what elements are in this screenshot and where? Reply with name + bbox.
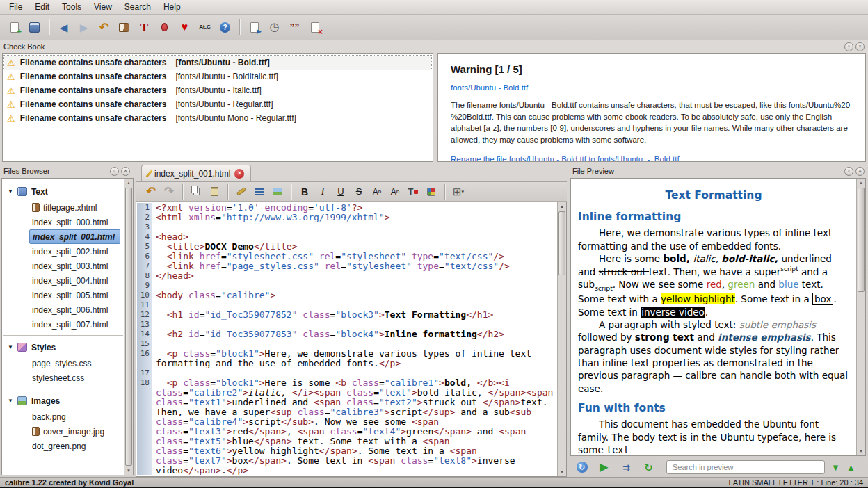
find-previous-icon[interactable]: ▲ — [846, 462, 855, 473]
undo-icon[interactable]: ↶ — [143, 184, 159, 200]
file-item[interactable]: index_split_007.html — [29, 317, 113, 332]
refresh-preview-icon[interactable]: ↻ — [572, 458, 591, 477]
bold-icon[interactable]: B — [296, 184, 313, 200]
preview-scrollbar[interactable]: ▲ ▼ — [856, 179, 865, 455]
menu-help[interactable]: Help — [157, 1, 187, 13]
category-row-images[interactable]: ▼Images — [3, 392, 123, 409]
tab-index-split-001[interactable]: index_split_001.html × — [141, 165, 251, 181]
remove-unused-icon[interactable]: × — [305, 18, 324, 37]
view-icon[interactable]: ▶ — [245, 18, 264, 37]
strikethrough-icon[interactable]: S — [351, 184, 367, 200]
files-scrollbar[interactable]: ▲ ▼ — [124, 179, 133, 475]
donate-icon[interactable]: ♥ — [175, 18, 194, 37]
find-next-icon[interactable]: ▼ — [831, 462, 840, 473]
scroll-up-icon[interactable]: ▲ — [558, 202, 566, 211]
check-issue-row[interactable]: ⚠Filename contains unsafe characters[fon… — [4, 97, 431, 111]
file-item[interactable]: titlepage.xhtml — [29, 200, 102, 215]
expander-icon[interactable]: ▼ — [8, 188, 13, 195]
detach-panel-icon[interactable]: ▫ — [844, 167, 853, 176]
file-item[interactable]: index_split_000.html — [29, 215, 113, 229]
scroll-up-icon[interactable]: ▲ — [857, 179, 865, 187]
detach-panel-icon[interactable]: ▫ — [110, 167, 119, 176]
file-item[interactable]: index_split_004.html — [29, 273, 113, 288]
preview-heading: Text Formatting — [578, 188, 849, 203]
file-item[interactable]: index_split_002.html — [29, 244, 113, 259]
text-color-icon[interactable]: T — [405, 184, 421, 200]
code-line: 14 <h2 id="id_Toc359077853" class="block… — [137, 330, 556, 339]
scroll-down-icon[interactable]: ▼ — [558, 468, 566, 476]
check-issue-row[interactable]: ⚠Filename contains unsafe characters[fon… — [4, 111, 431, 125]
help-icon[interactable]: ? — [216, 18, 234, 37]
back-icon[interactable]: ◀ — [54, 18, 73, 37]
file-preview-title: File Preview — [572, 167, 842, 175]
history-icon[interactable]: ◷ — [265, 18, 284, 37]
subscript-icon[interactable]: Ab — [387, 184, 403, 200]
preview-search-input[interactable] — [666, 460, 825, 474]
check-issue-row[interactable]: ⚠Filename contains unsafe characters[fon… — [4, 83, 431, 97]
expander-icon[interactable]: ▼ — [8, 398, 13, 404]
code-editor[interactable]: 1<?xml version='1.0' encoding='utf-8'?>2… — [136, 202, 567, 477]
detach-panel-icon[interactable]: ▫ — [844, 42, 853, 51]
editor-scrollbar[interactable]: ▲ ▼ — [557, 202, 566, 476]
fix-html-icon[interactable] — [233, 184, 250, 200]
scroll-up-icon[interactable]: ▲ — [124, 179, 133, 187]
file-item[interactable]: page_styles.css — [29, 356, 96, 371]
check-issue-row[interactable]: ⚠Filename contains unsafe characters[fon… — [4, 56, 431, 70]
expander-icon[interactable]: ▼ — [8, 344, 13, 350]
redo-icon[interactable]: ↷ — [161, 184, 177, 200]
undo-icon[interactable]: ↶ — [95, 18, 113, 37]
file-item[interactable]: stylesheet.css — [29, 371, 89, 385]
scroll-down-icon[interactable]: ▼ — [857, 447, 865, 455]
bug-icon[interactable] — [155, 18, 174, 37]
new-file-icon[interactable]: + — [5, 18, 24, 37]
scroll-thumb[interactable] — [858, 188, 865, 292]
check-book-icon[interactable] — [115, 18, 134, 37]
copy-icon[interactable] — [188, 184, 204, 200]
scroll-down-icon[interactable]: ▼ — [124, 466, 133, 475]
close-panel-icon[interactable]: × — [121, 167, 130, 176]
reload-preview-icon[interactable]: ↻ — [639, 458, 658, 477]
file-item[interactable]: index_split_001.html — [29, 229, 120, 244]
beautify-icon[interactable] — [251, 184, 268, 200]
file-item[interactable]: index_split_003.html — [29, 259, 113, 273]
file-item[interactable]: index_split_006.html — [29, 302, 113, 317]
italic-icon[interactable]: I — [314, 184, 331, 200]
insert-table-icon[interactable]: ⊞▾ — [450, 184, 467, 200]
underline-icon[interactable]: U — [332, 184, 349, 200]
file-item[interactable]: dot_green.png — [29, 439, 90, 453]
file-item[interactable]: back.png — [29, 409, 71, 424]
forward-icon[interactable]: ▶ — [74, 18, 93, 37]
category-row-text[interactable]: ▼Text — [3, 183, 123, 200]
files-browser-panel: Files Browser ▫ × ▼Texttitlepage.xhtmlin… — [0, 165, 134, 477]
save-icon[interactable] — [25, 18, 44, 37]
special-characters-icon[interactable]: AŁC — [195, 18, 214, 37]
close-panel-icon[interactable]: × — [855, 167, 865, 176]
scroll-thumb[interactable] — [558, 211, 565, 275]
check-issue-row[interactable]: ⚠Filename contains unsafe characters[fon… — [4, 70, 431, 83]
scroll-thumb[interactable] — [125, 188, 132, 466]
preview-content[interactable]: Text FormattingInline formattingHere, we… — [572, 180, 855, 455]
code-text: <h1 id="id_Toc359077852" class="block3">… — [152, 310, 556, 320]
code-line: 12 <h1 id="id_Toc359077852" class="block… — [137, 310, 556, 320]
paste-icon[interactable] — [206, 184, 223, 200]
smarten-punctuation-icon[interactable]: ”” — [285, 18, 304, 37]
close-tab-icon[interactable]: × — [234, 169, 244, 179]
menu-file[interactable]: File — [3, 1, 29, 13]
menu-search[interactable]: Search — [118, 1, 157, 13]
font-tool-icon[interactable]: T — [135, 18, 154, 37]
run-preview-icon[interactable]: ▶ — [595, 458, 613, 477]
issue-file-link[interactable]: fonts/Ubuntu - Bold.ttf — [451, 83, 853, 92]
sync-position-icon[interactable]: ⇉ — [617, 458, 636, 477]
menu-tools[interactable]: Tools — [56, 1, 88, 13]
file-item[interactable]: index_split_005.html — [29, 288, 113, 302]
superscript-icon[interactable]: Ab — [369, 184, 385, 200]
menu-edit[interactable]: Edit — [29, 1, 56, 13]
insert-image-icon[interactable] — [269, 184, 286, 200]
background-color-icon[interactable] — [423, 184, 440, 200]
close-panel-icon[interactable]: × — [855, 42, 865, 51]
code-line: 1<?xml version='1.0' encoding='utf-8'?> — [137, 203, 556, 213]
menu-view[interactable]: View — [88, 1, 118, 13]
category-row-styles[interactable]: ▼Styles — [3, 339, 123, 356]
issue-fix-link[interactable]: Rename the file fonts/Ubuntu - Bold.ttf … — [451, 155, 853, 162]
file-item[interactable]: cover_image.jpg — [29, 424, 109, 439]
